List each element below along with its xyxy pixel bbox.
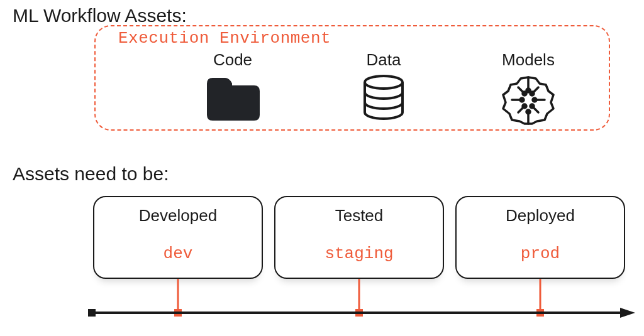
timeline-arrow bbox=[88, 308, 635, 323]
diagram-canvas: ML Workflow Assets: Execution Environmen… bbox=[0, 0, 644, 336]
svg-rect-16 bbox=[88, 309, 96, 317]
connectors bbox=[0, 0, 644, 336]
svg-marker-17 bbox=[620, 308, 635, 318]
